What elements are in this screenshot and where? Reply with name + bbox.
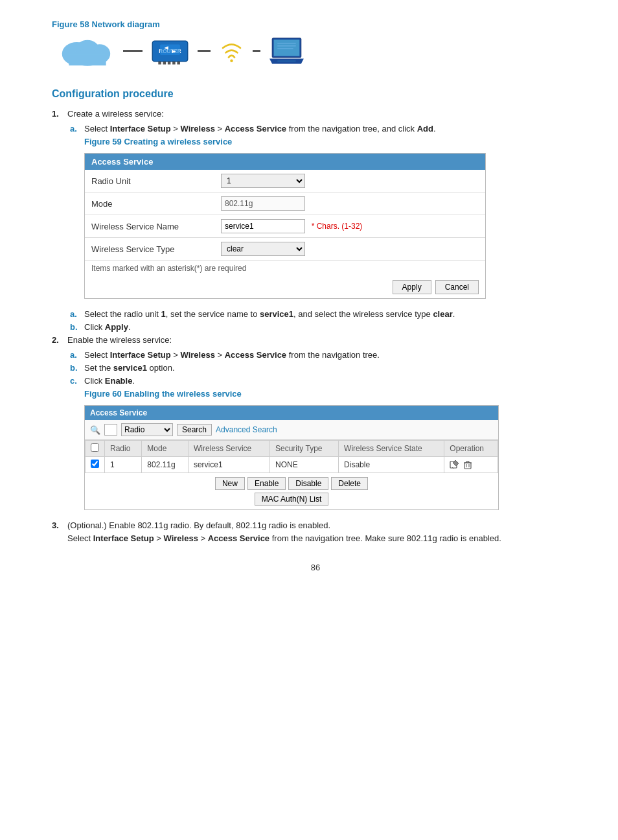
label-radio-unit: Radio Unit — [85, 170, 214, 192]
row-mode: 802.11g — [142, 457, 189, 473]
connector-line1 — [123, 50, 143, 52]
step1a2-alpha: a. — [70, 309, 80, 319]
figure59-label: Figure 59 Creating a wireless service — [84, 137, 579, 146]
svg-point-15 — [230, 60, 233, 63]
step2c: c. Click Enable. — [70, 376, 579, 386]
step2c-text: Click Enable. — [84, 376, 135, 386]
config-title: Configuration procedure — [52, 88, 579, 100]
step1a2-text: Select the radio unit 1, set the service… — [84, 309, 455, 319]
svg-rect-24 — [464, 463, 471, 469]
connector-line3 — [253, 50, 260, 52]
laptop-icon — [267, 35, 309, 67]
service-name-input[interactable] — [221, 219, 305, 233]
figure59-btn-row: Apply Cancel — [85, 276, 485, 298]
figure59-container: Figure 59 Creating a wireless service Ac… — [84, 137, 579, 299]
radio-filter-select[interactable]: Radio — [121, 423, 173, 436]
label-service-name: Wireless Service Name — [85, 215, 214, 238]
col-radio: Radio — [105, 441, 142, 457]
col-security-type: Security Type — [270, 441, 339, 457]
advanced-search-link[interactable]: Advanced Search — [216, 425, 277, 434]
form-row-radio: Radio Unit 1 2 — [85, 170, 485, 192]
step3: 3. (Optional.) Enable 802.11g radio. By … — [52, 520, 579, 543]
main-action-btns: New Enable Disable Delete — [215, 477, 368, 490]
step1b-text: Click Apply. — [84, 322, 131, 332]
disable-button[interactable]: Disable — [288, 477, 328, 490]
search-button[interactable]: Search — [177, 424, 212, 436]
mac-auth-row: MAC Auth(N) List — [255, 493, 329, 506]
svg-rect-21 — [277, 60, 295, 62]
step1-text: Create a wireless service: — [67, 109, 164, 119]
row-operation — [444, 457, 498, 473]
svg-rect-4 — [69, 55, 106, 65]
svg-rect-11 — [163, 61, 166, 64]
mac-auth-button[interactable]: MAC Auth(N) List — [255, 493, 329, 506]
step2b: b. Set the service1 option. — [70, 363, 579, 373]
figure59-form: Access Service Radio Unit 1 2 Mode Wirel… — [84, 153, 486, 299]
action-row: New Enable Disable Delete MAC Auth(N) Li… — [85, 473, 498, 509]
figure60-container: Figure 60 Enabling the wireless service … — [84, 389, 579, 510]
figure58-label: Figure 58 Network diagram — [52, 19, 579, 29]
figure60-form: Access Service 🔍 Radio Search Advanced S… — [84, 405, 499, 510]
search-bar: 🔍 Radio Search Advanced Search — [85, 420, 498, 440]
connector-line2 — [198, 50, 211, 52]
table-header-row: Radio Mode Wireless Service Security Typ… — [86, 441, 498, 457]
step1b: b. Click Apply. — [70, 322, 579, 332]
label-mode: Mode — [85, 192, 214, 215]
svg-line-23 — [452, 467, 453, 469]
form-row-service-name: Wireless Service Name * Chars. (1-32) — [85, 215, 485, 238]
radio-unit-select[interactable]: 1 2 — [221, 174, 305, 188]
select-all-checkbox[interactable] — [91, 443, 99, 452]
col-operation: Operation — [444, 441, 498, 457]
table-row: 1 802.11g service1 NONE Disable — [86, 457, 498, 473]
step1-number: 1. — [52, 109, 63, 119]
wifi-icon — [217, 36, 246, 65]
step2c-alpha: c. — [70, 376, 80, 386]
delete-button[interactable]: Delete — [331, 477, 368, 490]
step1a: a. Select Interface Setup > Wireless > A… — [70, 124, 579, 134]
figure59-table: Radio Unit 1 2 Mode Wireless Service Nam… — [85, 170, 485, 260]
row-state: Disable — [339, 457, 444, 473]
apply-button[interactable]: Apply — [393, 280, 431, 294]
step2a-text: Select Interface Setup > Wireless > Acce… — [84, 350, 380, 360]
step2b-text: Set the service1 option. — [84, 363, 175, 373]
filter-icon: 🔍 — [90, 425, 100, 435]
col-wireless-state: Wireless Service State — [339, 441, 444, 457]
svg-rect-17 — [274, 40, 300, 56]
step3-content: (Optional.) Enable 802.11g radio. By def… — [67, 520, 501, 543]
step1b-alpha: b. — [70, 322, 80, 332]
row-checkbox-cell — [86, 457, 105, 473]
svg-rect-12 — [168, 61, 171, 64]
form-row-service-type: Wireless Service Type clear crypto — [85, 238, 485, 261]
enable-button[interactable]: Enable — [247, 477, 286, 490]
new-button[interactable]: New — [215, 477, 245, 490]
delete-icon[interactable] — [463, 460, 473, 470]
figure60-label: Figure 60 Enabling the wireless service — [84, 389, 579, 399]
step3-line1: (Optional.) Enable 802.11g radio. By def… — [67, 520, 501, 530]
step1a-text: Select Interface Setup > Wireless > Acce… — [84, 124, 436, 134]
row-service: service1 — [188, 457, 269, 473]
col-wireless-service: Wireless Service — [188, 441, 269, 457]
network-diagram: ROUTER — [58, 33, 579, 69]
step3-line2: Select Interface Setup > Wireless > Acce… — [67, 533, 501, 543]
step2: 2. Enable the wireless service: — [52, 335, 579, 345]
step2a: a. Select Interface Setup > Wireless > A… — [70, 350, 579, 360]
search-input[interactable] — [104, 424, 117, 436]
operation-icons — [450, 460, 492, 470]
service-type-select[interactable]: clear crypto — [221, 242, 305, 256]
step2-number: 2. — [52, 335, 63, 345]
step3-number: 3. — [52, 520, 63, 543]
step1: 1. Create a wireless service: — [52, 109, 579, 119]
form-row-mode: Mode — [85, 192, 485, 215]
form-note: Items marked with an asterisk(*) are req… — [85, 260, 485, 276]
router-icon: ROUTER — [149, 35, 191, 67]
row-checkbox[interactable] — [91, 460, 99, 468]
edit-icon[interactable] — [450, 460, 460, 470]
svg-rect-13 — [172, 61, 176, 64]
service-table: Radio Mode Wireless Service Security Typ… — [85, 440, 498, 473]
step2b-alpha: b. — [70, 363, 80, 373]
step1a-continued: a. Select the radio unit 1, set the serv… — [70, 309, 579, 319]
step1a-alpha: a. — [70, 124, 80, 134]
cancel-button[interactable]: Cancel — [435, 280, 479, 294]
label-service-type: Wireless Service Type — [85, 238, 214, 261]
row-radio: 1 — [105, 457, 142, 473]
